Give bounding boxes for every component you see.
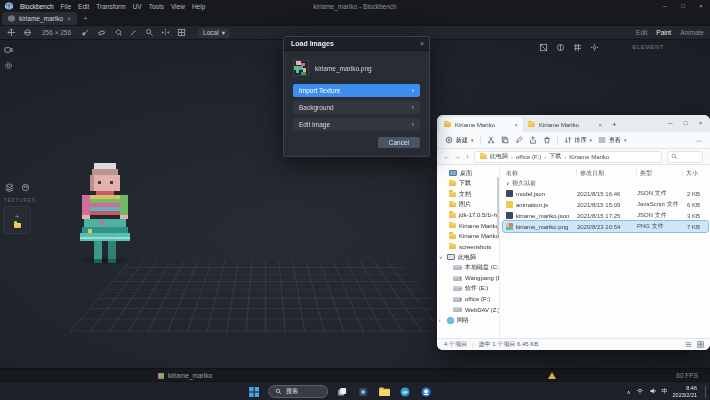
thumbnail-view-icon[interactable] — [697, 341, 704, 349]
file-row-animation-js[interactable]: animation.js 2021/8/15 15:09 JavaScript … — [503, 199, 708, 210]
view-button[interactable]: 查看 ▾ — [598, 136, 627, 145]
cancel-button[interactable]: Cancel — [378, 137, 420, 148]
task-view-button[interactable] — [335, 385, 349, 399]
breadcrumb-downloads[interactable]: 下载 — [549, 152, 561, 161]
sidebar-item-network[interactable]: ›网络 — [437, 315, 499, 326]
sidebar-item-drive-c[interactable]: 本地磁盘 (C:) — [437, 263, 499, 274]
column-date-modified[interactable]: 修改日期 — [577, 169, 637, 177]
mode-tab-edit[interactable]: Edit — [636, 29, 647, 36]
up-button[interactable]: ↑ — [466, 154, 469, 160]
widgets-button[interactable] — [356, 385, 370, 399]
pan-tool-icon[interactable] — [6, 27, 17, 38]
mode-tab-animate[interactable]: Animate — [680, 29, 704, 36]
rename-icon[interactable] — [515, 136, 523, 145]
color-picker-icon[interactable] — [128, 27, 139, 38]
menu-help[interactable]: Help — [192, 3, 205, 10]
import-texture-option[interactable]: Import Texture › — [293, 84, 420, 97]
panel-settings-icon[interactable] — [589, 42, 600, 53]
mirror-paint-icon[interactable] — [160, 27, 171, 38]
tab-close-icon[interactable]: × — [598, 122, 602, 128]
sidebar-item-this-pc[interactable]: ∨此电脑 — [437, 252, 499, 263]
add-texture-icon[interactable]: + — [15, 213, 20, 221]
breadcrumb[interactable]: 此电脑 › office (F:) › 下载 › Kiriame Mariko — [474, 151, 662, 163]
eraser-tool-icon[interactable] — [96, 27, 107, 38]
details-view-icon[interactable] — [685, 341, 692, 349]
menu-edit[interactable]: Edit — [78, 3, 89, 10]
sidebar-item-jdk-folder[interactable]: jdk-17.0.5/1i-h — [437, 210, 499, 221]
camera-preset-icon[interactable] — [3, 44, 14, 55]
zoom-tool-icon[interactable] — [144, 27, 155, 38]
close-button[interactable]: × — [692, 0, 710, 12]
breadcrumb-this-pc[interactable]: 此电脑 — [490, 152, 508, 161]
date-group-header[interactable]: ∨ 很久以前 — [503, 178, 708, 188]
new-project-tab-button[interactable]: + — [77, 12, 94, 25]
explorer-maximize-button[interactable]: □ — [678, 116, 693, 130]
ime-indicator[interactable]: 中 — [662, 387, 668, 396]
warning-icon[interactable] — [548, 372, 556, 379]
chat-app-button[interactable] — [419, 385, 433, 399]
wireframe-toggle-icon[interactable] — [538, 42, 549, 53]
tray-expand-icon[interactable]: ∧ — [627, 389, 631, 395]
scene-settings-icon[interactable] — [3, 60, 14, 71]
mode-tab-paint[interactable]: Paint — [656, 29, 671, 36]
menu-file[interactable]: File — [61, 3, 71, 10]
paint-bucket-icon[interactable] — [112, 27, 123, 38]
import-texture-icon[interactable] — [14, 223, 21, 228]
sidebar-item-drive-f[interactable]: office (F:) — [437, 294, 499, 305]
new-tab-button[interactable]: + — [607, 117, 622, 132]
cut-icon[interactable] — [487, 136, 495, 145]
menu-view[interactable]: View — [171, 3, 185, 10]
dialog-close-icon[interactable]: × — [420, 40, 424, 47]
grid-toggle-icon[interactable] — [572, 42, 583, 53]
network-icon[interactable] — [636, 387, 644, 396]
background-option[interactable]: Background › — [293, 101, 420, 114]
shading-toggle-icon[interactable] — [555, 42, 566, 53]
tab-close-icon[interactable]: × — [514, 122, 518, 128]
sidebar-item-documents[interactable]: 文档 — [437, 189, 499, 200]
sidebar-item-pictures[interactable]: 图片 — [437, 200, 499, 211]
taskbar-clock[interactable]: 8:46 2023/2/21 — [673, 385, 697, 398]
voxel-character-model[interactable] — [72, 163, 138, 263]
taskbar-search[interactable]: 搜索 — [268, 385, 328, 398]
sidebar-item-desktop[interactable]: 桌面 — [437, 168, 499, 179]
explorer-tab-1[interactable]: Kiriame Mariko × — [439, 117, 523, 132]
sidebar-item-downloads[interactable]: 下载 — [437, 179, 499, 190]
breadcrumb-drive-f[interactable]: office (F:) — [516, 154, 541, 160]
breadcrumb-current-folder[interactable]: Kiriame Mariko — [569, 154, 609, 160]
file-row-model-json[interactable]: model.json 2021/8/15 16:46 JSON 文件 2 KB — [503, 188, 708, 199]
file-row-kiriame-mariko-png[interactable]: kiriame_mariko.png 2020/8/23 20:54 PNG 文… — [503, 221, 708, 232]
sidebar-item-drive-e[interactable]: 软件 (E:) — [437, 284, 499, 295]
delete-icon[interactable] — [543, 136, 551, 145]
new-button[interactable]: 新建 ▾ — [445, 136, 474, 145]
maximize-button[interactable]: □ — [674, 0, 692, 12]
forward-button[interactable]: → — [455, 154, 461, 160]
volume-icon[interactable] — [649, 387, 657, 396]
paint-space-dropdown[interactable]: Local ▾ — [198, 28, 230, 38]
orbit-tool-icon[interactable] — [22, 27, 33, 38]
brush-tool-icon[interactable] — [80, 27, 91, 38]
share-icon[interactable] — [529, 136, 537, 145]
sidebar-item-drive-d[interactable]: Wangpang (D:) — [437, 273, 499, 284]
back-button[interactable]: ← — [444, 154, 450, 160]
menu-transform[interactable]: Transform — [96, 3, 125, 10]
sidebar-item-kiriame-mariko-1[interactable]: Kiriame Mariko — [437, 221, 499, 232]
layers-icon[interactable] — [4, 182, 15, 193]
explorer-tab-2[interactable]: Kiriame Mariko × — [523, 117, 607, 132]
more-options-button[interactable]: ⋯ — [696, 137, 702, 144]
start-button[interactable] — [247, 385, 261, 399]
sidebar-item-kiriame-mariko-2[interactable]: Kiriame Mariko — [437, 231, 499, 242]
explorer-search-box[interactable] — [667, 151, 703, 163]
column-name[interactable]: 名称 — [503, 169, 577, 177]
file-row-kiriame-mariko-json[interactable]: kiriame_mariko.json 2021/8/15 17:25 JSON… — [503, 210, 708, 221]
sidebar-item-webdav[interactable]: WebDAV (Z:) — [437, 305, 499, 316]
column-type[interactable]: 类型 — [637, 169, 683, 177]
dialog-titlebar[interactable]: Load Images × — [284, 37, 429, 51]
minimize-button[interactable]: ─ — [656, 0, 674, 12]
pixel-grid-icon[interactable] — [176, 27, 187, 38]
copy-icon[interactable] — [501, 136, 509, 145]
expander-icon[interactable]: ∨ — [439, 255, 444, 260]
column-size[interactable]: 大小 — [683, 169, 708, 177]
sidebar-item-screenshots[interactable]: screenshots — [437, 242, 499, 253]
project-tab[interactable]: kiriame_mariko × — [2, 12, 77, 25]
palette-icon[interactable] — [20, 182, 31, 193]
